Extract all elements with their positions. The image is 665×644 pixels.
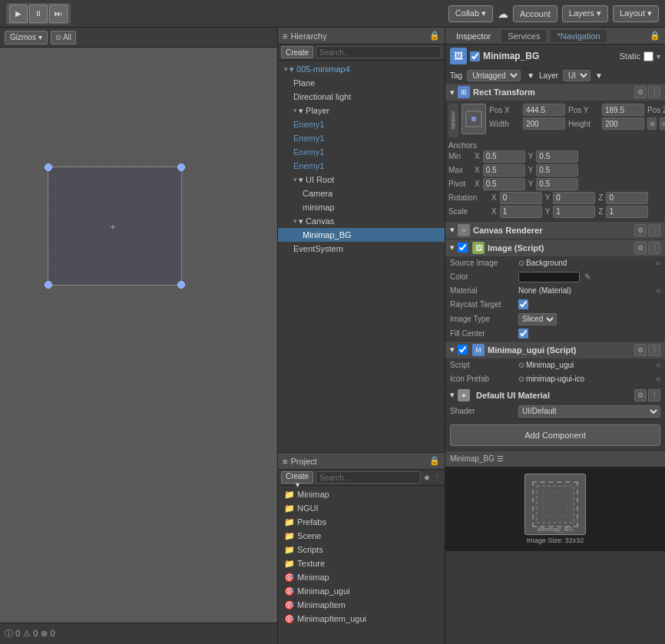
navigation-tab[interactable]: *Navigation — [551, 30, 606, 42]
layers-button[interactable]: Layers ▾ — [562, 5, 608, 22]
minimap-more-button[interactable]: ⋮ — [648, 344, 660, 356]
rect-transform-header[interactable]: ▾ ⊞ Rect Transform ⚙ ⋮ — [445, 84, 665, 101]
project-item-minimap-ugui[interactable]: 🎯 Minimap_ugui — [278, 584, 445, 598]
static-dropdown-arrow[interactable]: ▾ — [657, 52, 660, 61]
tree-item-enemy3[interactable]: Enemy1 — [278, 145, 445, 159]
canvas-renderer-header[interactable]: ▾ ○ Canvas Renderer ⚙ ⋮ — [445, 222, 665, 239]
color-pick[interactable]: ✎ — [584, 272, 591, 281]
shader-select[interactable]: UI/Default — [518, 405, 660, 418]
project-item-scripts[interactable]: 📁 Scripts — [278, 543, 445, 556]
tree-item-directional-light[interactable]: Directional light — [278, 90, 445, 104]
tag-select[interactable]: Untagged — [467, 70, 521, 81]
project-item-minimap-script[interactable]: 🎯 Minimap — [278, 570, 445, 584]
lock-icon-inspector[interactable]: 🔒 — [650, 31, 660, 41]
handle-bottom-left[interactable] — [45, 281, 52, 289]
project-item-prefabs[interactable]: 📁 Prefabs — [278, 515, 445, 529]
rect-more-button[interactable]: ⋮ — [648, 86, 660, 98]
object-enabled-checkbox[interactable] — [470, 51, 480, 61]
rot-z-input[interactable] — [606, 192, 648, 204]
material-settings-button[interactable]: ⚙ — [634, 389, 647, 401]
default-material-header[interactable]: ▾ ● Default UI Material ⚙ ⋮ — [445, 387, 665, 404]
handle-top-right[interactable] — [177, 163, 185, 171]
rect-r-button2[interactable]: R — [660, 117, 665, 130]
tree-item-minimap-bg[interactable]: Minimap_BG — [278, 228, 445, 242]
hierarchy-create-button[interactable]: Create — [281, 46, 313, 58]
project-item-ngui[interactable]: 📁 NGUI — [278, 501, 445, 515]
icon-prefab-pick[interactable]: ○ — [656, 375, 660, 383]
project-item-minimap-item-ugui[interactable]: 🎯 MinimapItem_ugui — [278, 612, 445, 626]
scale-y-input[interactable] — [553, 206, 595, 218]
canvas-settings-button[interactable]: ⚙ — [634, 224, 647, 236]
raycast-checkbox[interactable] — [518, 299, 528, 309]
center-handle[interactable]: + — [111, 222, 120, 231]
minimap-enabled-checkbox[interactable] — [458, 345, 468, 355]
tree-item-enemy2[interactable]: Enemy1 — [278, 131, 445, 145]
image-script-header[interactable]: ▾ 🖼 Image (Script) ⚙ ⋮ — [445, 239, 665, 256]
hierarchy-search-input[interactable] — [316, 46, 442, 58]
minimap-object[interactable]: + — [48, 167, 182, 286]
project-create-button[interactable]: Create ▾ — [281, 471, 313, 484]
source-image-pick[interactable]: ○ — [656, 259, 660, 267]
image-more-button[interactable]: ⋮ — [648, 242, 660, 254]
favorites-icon[interactable]: ★ — [423, 473, 431, 483]
gizmos-button[interactable]: Gizmos ▾ — [5, 31, 48, 45]
min-y-input[interactable] — [536, 150, 578, 163]
fill-center-checkbox[interactable] — [518, 329, 528, 339]
static-checkbox[interactable] — [643, 51, 653, 61]
material-pick[interactable]: ○ — [656, 286, 660, 295]
pos-y-input[interactable] — [602, 104, 644, 116]
tree-item-event-system[interactable]: EventSystem — [278, 242, 445, 256]
tree-item-minimap[interactable]: minimap — [278, 200, 445, 214]
scale-x-input[interactable] — [500, 206, 542, 218]
tree-item-player[interactable]: ▾ ▾ Player — [278, 104, 445, 117]
tree-item-plane[interactable]: Plane — [278, 76, 445, 90]
minimap-script-header[interactable]: ▾ M Minimap_ugui (Script) ⚙ ⋮ — [445, 342, 665, 358]
material-more-button[interactable]: ⋮ — [648, 389, 660, 401]
handle-top-left[interactable] — [45, 163, 52, 171]
project-item-scene[interactable]: 📁 Scene — [278, 529, 445, 543]
project-item-minimap-item[interactable]: 🎯 MinimapItem — [278, 598, 445, 612]
play-button[interactable]: ▶ — [9, 5, 28, 23]
max-x-input[interactable] — [483, 164, 525, 177]
rot-y-input[interactable] — [553, 192, 595, 204]
width-input[interactable] — [523, 117, 565, 130]
pause-button[interactable]: ⏸ — [29, 5, 48, 23]
color-swatch[interactable] — [518, 272, 580, 282]
layer-select[interactable]: UI — [563, 70, 591, 81]
services-tab[interactable]: Services — [501, 30, 546, 42]
scene-view[interactable]: + — [0, 48, 277, 623]
inspector-tab[interactable]: Inspector — [450, 30, 497, 42]
rect-settings-button[interactable]: ⚙ — [634, 86, 647, 98]
add-component-button[interactable]: Add Component — [450, 424, 660, 446]
rect-r-button[interactable]: ⊞ — [647, 117, 657, 130]
layout-button[interactable]: Layout ▾ — [613, 5, 659, 22]
pivot-x-input[interactable] — [483, 178, 525, 190]
rect-visual[interactable] — [462, 104, 486, 134]
handle-bottom-right[interactable] — [177, 281, 185, 289]
account-button[interactable]: Account — [513, 5, 557, 22]
project-item-texture[interactable]: 📁 Texture — [278, 556, 445, 570]
minimap-settings-button[interactable]: ⚙ — [634, 344, 647, 356]
options-icon[interactable]: ⋮ — [433, 473, 442, 483]
max-y-input[interactable] — [536, 164, 578, 177]
canvas-more-button[interactable]: ⋮ — [648, 224, 660, 236]
tree-item-enemy1[interactable]: Enemy1 — [278, 117, 445, 131]
tree-item-canvas[interactable]: ▾ ▾ Canvas — [278, 214, 445, 228]
step-button[interactable]: ⏭ — [49, 5, 68, 23]
height-input[interactable] — [602, 117, 644, 130]
rot-x-input[interactable] — [500, 192, 542, 204]
pivot-y-input[interactable] — [536, 178, 578, 190]
project-search-input[interactable] — [316, 471, 421, 484]
script-pick[interactable]: ○ — [656, 361, 660, 369]
tree-item-enemy4[interactable]: Enemy1 — [278, 159, 445, 173]
scale-z-input[interactable] — [606, 206, 648, 218]
collab-button[interactable]: Collab ▾ — [448, 5, 493, 22]
min-x-input[interactable] — [483, 150, 525, 163]
tree-item-ui-root[interactable]: ▾ ▾ UI Root — [278, 173, 445, 187]
image-enabled-checkbox[interactable] — [458, 243, 468, 253]
pos-x-input[interactable] — [523, 104, 565, 116]
tree-item-scene[interactable]: ▾ ▾ 005-minimap4 — [278, 62, 445, 76]
project-item-minimap[interactable]: 📁 Minimap — [278, 487, 445, 501]
image-settings-button[interactable]: ⚙ — [634, 242, 647, 254]
image-type-select[interactable]: Sliced — [518, 313, 557, 325]
